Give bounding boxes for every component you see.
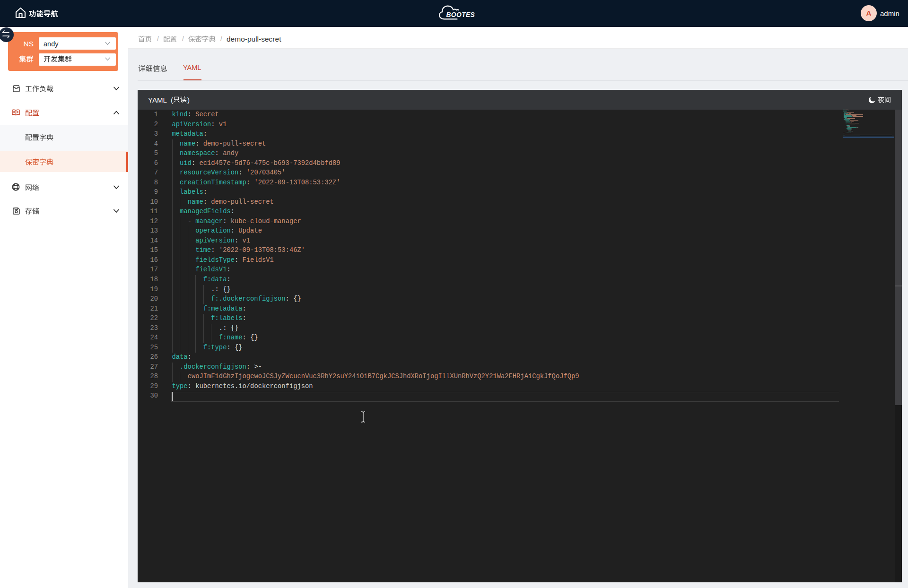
svg-text:BOOTES: BOOTES (446, 11, 475, 18)
